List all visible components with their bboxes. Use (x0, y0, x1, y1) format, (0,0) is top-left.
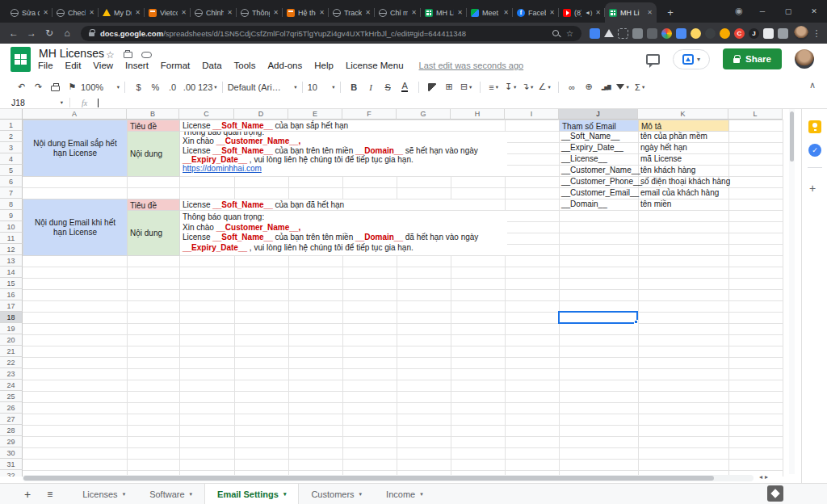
row-header-21[interactable]: 21 (0, 346, 23, 357)
column-header-A[interactable]: A (23, 109, 127, 120)
forward-button[interactable]: → (23, 27, 40, 39)
row-header-18[interactable]: 18 (0, 312, 23, 323)
column-header-B[interactable]: B (127, 109, 179, 120)
extension-icon[interactable] (590, 28, 600, 39)
column-header-E[interactable]: E (288, 109, 342, 120)
increase-decimal-button[interactable]: .00 (181, 82, 198, 92)
browser-tab[interactable]: My Dr✕ (99, 2, 145, 23)
menu-file[interactable]: File (38, 61, 53, 70)
param-row[interactable]: __Customer_Email__email của khách hàng (559, 187, 730, 199)
sheets-logo-icon[interactable] (10, 47, 31, 72)
add-sheet-button[interactable]: + (24, 488, 31, 501)
extension-icon[interactable] (778, 28, 788, 39)
column-header-F[interactable]: F (342, 109, 397, 120)
tab-close-icon[interactable]: ✕ (595, 9, 601, 16)
browser-tab[interactable]: MH Li✕ (605, 2, 657, 23)
row-header-3[interactable]: 3 (0, 142, 23, 153)
minimize-button[interactable]: ─ (749, 7, 775, 15)
strikethrough-button[interactable]: S (380, 82, 397, 92)
row-header-8[interactable]: 8 (0, 199, 23, 210)
extension-icon[interactable]: C (734, 28, 745, 39)
name-box[interactable]: J18▾ (0, 98, 63, 107)
new-tab-button[interactable]: + (663, 6, 678, 19)
param-row[interactable]: __Soft_Name__tên của phần mềm (559, 131, 730, 142)
font-size-select[interactable]: 10▾ (308, 82, 335, 92)
sheet-tab-email-settings[interactable]: Email Settings▾ (204, 484, 299, 504)
star-icon[interactable]: ☆ (106, 49, 115, 61)
browser-tab[interactable]: (8)◄)✕ (559, 2, 605, 23)
share-button[interactable]: Share (723, 48, 782, 69)
browser-tab[interactable]: Faceb✕ (513, 2, 559, 23)
borders-button[interactable]: ⊞ (441, 82, 458, 92)
param-row[interactable]: __Customer_Phone__số điện thoại khách hà… (559, 176, 730, 187)
tab-close-icon[interactable]: ✕ (365, 9, 371, 16)
menu-add-ons[interactable]: Add-ons (267, 61, 302, 70)
paint-format-button[interactable]: ⚑ (64, 82, 81, 92)
cell-A1-merged[interactable]: Nội dung Email sắp hết hạn License (23, 120, 128, 177)
sheet-tab-software[interactable]: Software▾ (137, 484, 204, 504)
sheet-tab-menu-icon[interactable]: ▾ (359, 491, 363, 498)
tab-audio-icon[interactable]: ◄) (585, 10, 592, 15)
browser-tab[interactable]: Meet -✕ (467, 2, 513, 23)
extension-icon[interactable] (763, 28, 774, 39)
fill-color-button[interactable] (424, 83, 441, 91)
formula-input-caret[interactable] (98, 99, 99, 107)
more-formats-button[interactable]: 123▾ (198, 82, 217, 92)
functions-button[interactable]: Σ▾ (632, 82, 649, 92)
text-rotation-button[interactable]: ∠▾ (536, 82, 553, 92)
param-row[interactable]: __License__mã License (559, 153, 730, 165)
tab-close-icon[interactable]: ✕ (647, 9, 653, 16)
extension-icon[interactable] (647, 28, 657, 39)
insert-link-button[interactable]: ∞ (564, 82, 581, 92)
row-header-20[interactable]: 20 (0, 334, 23, 346)
hide-menus-button[interactable]: ∧ (809, 80, 816, 90)
extension-icon[interactable] (661, 28, 672, 39)
sheet-tab-menu-icon[interactable]: ▾ (190, 491, 193, 498)
column-header-I[interactable]: I (505, 109, 559, 120)
row-header-27[interactable]: 27 (0, 414, 23, 425)
insert-comment-button[interactable]: ⊕ (581, 82, 598, 92)
create-filter-button[interactable]: ▾ (615, 84, 632, 90)
sheet-tab-menu-icon[interactable]: ▾ (283, 491, 287, 498)
browser-tab[interactable]: Trackin✕ (329, 2, 375, 23)
browser-tab[interactable]: Thông✕ (237, 2, 283, 23)
column-header-G[interactable]: G (397, 109, 451, 120)
comments-icon[interactable] (646, 54, 660, 65)
selected-cell-J18[interactable] (558, 311, 638, 324)
menu-edit[interactable]: Edit (65, 61, 82, 70)
lock-icon[interactable] (89, 32, 94, 36)
google-tasks-icon[interactable]: ✓ (808, 144, 821, 157)
row-header-14[interactable]: 14 (0, 267, 23, 278)
menu-view[interactable]: View (93, 61, 113, 70)
browser-menu-icon[interactable]: ⋮ (811, 28, 822, 39)
bold-button[interactable]: B (346, 82, 363, 92)
extension-icon[interactable] (618, 28, 628, 39)
row-header-9[interactable]: 9 (0, 210, 23, 221)
row-header-29[interactable]: 29 (0, 436, 23, 447)
close-button[interactable]: ✕ (801, 7, 827, 15)
print-button[interactable] (47, 83, 64, 91)
redo-button[interactable]: ↷ (30, 82, 47, 92)
fill-handle[interactable] (634, 320, 638, 324)
back-button[interactable]: ← (5, 27, 23, 39)
move-folder-icon[interactable] (124, 52, 132, 58)
sheet-tab-licenses[interactable]: Licenses▾ (70, 484, 137, 504)
row-header-13[interactable]: 13 (0, 255, 23, 267)
browser-tab[interactable]: Vietco✕ (145, 2, 191, 23)
row-header-10[interactable]: 10 (0, 221, 23, 233)
reload-button[interactable]: ↻ (40, 27, 58, 39)
account-avatar[interactable] (795, 49, 814, 69)
select-all-corner[interactable] (0, 109, 23, 120)
extension-icon[interactable]: J (749, 28, 759, 39)
row-header-22[interactable]: 22 (0, 357, 23, 368)
browser-tab[interactable]: MH Li✕ (421, 2, 467, 23)
bookmark-star-icon[interactable]: ☆ (566, 29, 573, 38)
menu-help[interactable]: Help (314, 61, 334, 70)
row-header-19[interactable]: 19 (0, 323, 23, 334)
media-controls-button[interactable]: ◉ (728, 6, 749, 16)
text-wrap-button[interactable]: ↴▾ (519, 82, 536, 92)
tab-close-icon[interactable]: ✕ (549, 9, 555, 16)
explore-button[interactable] (767, 485, 783, 502)
menu-license-menu[interactable]: License Menu (346, 61, 404, 70)
cell-K1[interactable]: Mô tả (638, 120, 729, 132)
